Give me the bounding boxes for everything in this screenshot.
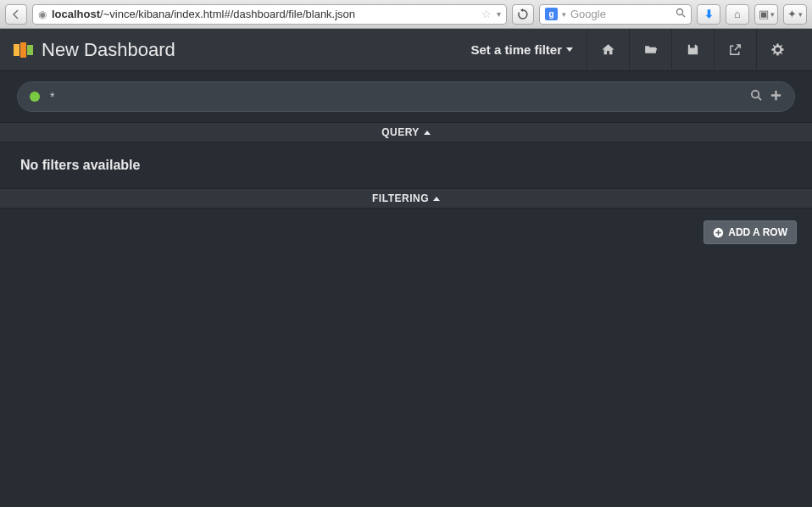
- collapse-caret-icon: [433, 197, 440, 201]
- add-row-area: ADD A ROW: [0, 209, 812, 256]
- time-filter-dropdown[interactable]: Set a time filter: [457, 42, 587, 57]
- filtering-section-label: FILTERING: [372, 192, 429, 204]
- add-row-label: ADD A ROW: [728, 226, 787, 238]
- home-button[interactable]: [587, 29, 629, 71]
- query-input[interactable]: [50, 90, 740, 103]
- caret-down-icon: [566, 47, 573, 52]
- url-text: localhost/~vince/kibana/index.html#/dash…: [52, 8, 476, 20]
- share-button[interactable]: [714, 29, 756, 71]
- browser-search-bar[interactable]: g ▾ Google: [539, 4, 692, 25]
- search-engine-icon: g: [545, 8, 558, 20]
- reload-button[interactable]: [512, 4, 534, 25]
- filtering-section-header[interactable]: FILTERING: [0, 188, 812, 209]
- add-row-button[interactable]: ADD A ROW: [704, 220, 797, 244]
- collapse-caret-icon: [424, 131, 431, 135]
- search-placeholder: Google: [570, 8, 671, 20]
- dashboard-title: New Dashboard: [42, 39, 175, 61]
- globe-icon: ◉: [38, 8, 47, 20]
- no-filters-text: No filters available: [20, 158, 140, 172]
- settings-button[interactable]: [756, 29, 798, 71]
- svg-point-0: [677, 9, 683, 15]
- svg-line-1: [682, 14, 685, 17]
- query-area: [0, 71, 812, 122]
- open-folder-button[interactable]: [629, 29, 671, 71]
- plus-circle-icon: [713, 227, 724, 238]
- browser-extension-button-2[interactable]: ✦▾: [783, 4, 807, 25]
- time-filter-label: Set a time filter: [470, 42, 562, 57]
- query-pill: [17, 81, 795, 112]
- url-dropdown-icon[interactable]: ▾: [497, 9, 501, 19]
- kibana-logo-icon: [14, 42, 33, 58]
- query-status-dot-icon[interactable]: [30, 92, 40, 102]
- query-section-header[interactable]: QUERY: [0, 122, 812, 142]
- search-icon[interactable]: [676, 8, 686, 20]
- add-query-icon[interactable]: [770, 89, 782, 105]
- browser-toolbar: ◉ localhost/~vince/kibana/index.html#/da…: [0, 0, 812, 29]
- svg-point-2: [752, 90, 759, 97]
- browser-extension-button-1[interactable]: ▣▾: [754, 4, 778, 25]
- url-bar[interactable]: ◉ localhost/~vince/kibana/index.html#/da…: [32, 4, 507, 25]
- bookmark-star-icon[interactable]: ☆: [481, 8, 492, 20]
- nav-back-button[interactable]: [5, 4, 27, 25]
- query-section-label: QUERY: [381, 126, 420, 138]
- browser-home-button[interactable]: ⌂: [726, 4, 749, 25]
- query-search-icon[interactable]: [750, 89, 763, 105]
- svg-line-3: [758, 97, 761, 100]
- app-header: New Dashboard Set a time filter: [0, 29, 812, 71]
- save-button[interactable]: [671, 29, 714, 71]
- downloads-button[interactable]: ⬇: [697, 4, 720, 25]
- search-engine-dropdown-icon[interactable]: ▾: [562, 10, 566, 19]
- filters-panel: No filters available: [0, 142, 812, 188]
